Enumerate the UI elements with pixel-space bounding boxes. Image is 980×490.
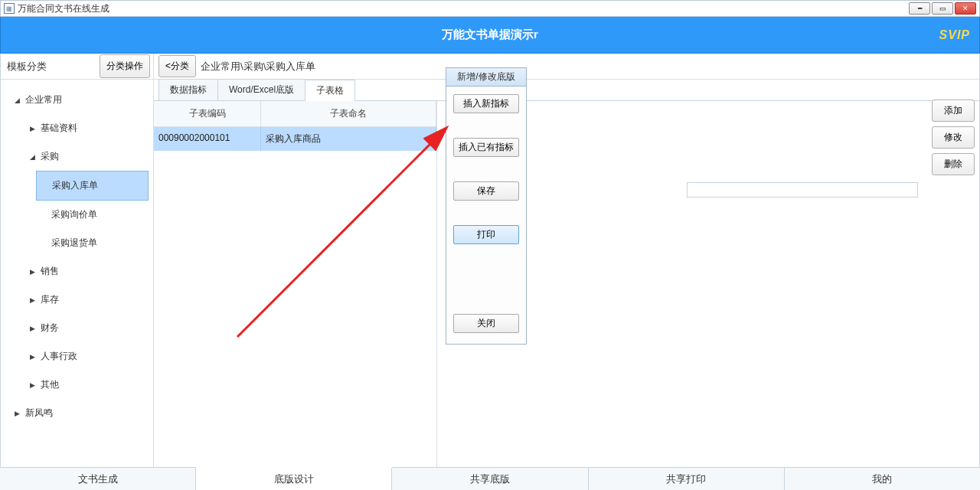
breadcrumb-path: 企业常用\采购\采购入库单 [201, 60, 315, 74]
col-subtable-name: 子表命名 [261, 101, 436, 126]
table-row[interactable]: 00090002000101 采购入库商品 [154, 127, 436, 151]
right-actions: 添加 修改 删除 [932, 100, 975, 175]
tab-word-excel[interactable]: Word/Excel底版 [217, 79, 305, 100]
minimize-button[interactable]: ━ [909, 2, 930, 15]
window-title: 万能合同文书在线生成 [18, 2, 109, 15]
save-button[interactable]: 保存 [453, 181, 519, 201]
back-category-button[interactable]: <分类 [158, 55, 196, 77]
window-titlebar: ▦ 万能合同文书在线生成 ━ ▭ ✕ [0, 0, 980, 17]
tree-node-purchase[interactable]: ◢采购 [1, 142, 153, 171]
tree-node-enterprise[interactable]: ◢企业常用 [1, 86, 153, 114]
print-button[interactable]: 打印 [453, 225, 519, 244]
tree-node-purchase-return[interactable]: 采购退货单 [1, 229, 153, 257]
edit-button[interactable]: 修改 [932, 126, 975, 149]
sidebar: 模板分类 分类操作 ◢企业常用 ▶基础资料 ◢采购 采购入库单 采购询价单 采购… [1, 54, 154, 489]
app-title: 万能文书单据演示r [442, 28, 538, 42]
btab-mine[interactable]: 我的 [785, 468, 980, 490]
template-edit-popup: 新增/修改底版 插入新指标 插入已有指标 保存 打印 关闭 [446, 67, 527, 345]
app-icon: ▦ [4, 3, 15, 14]
tree-node-sales[interactable]: ▶销售 [1, 257, 153, 286]
tab-subtable[interactable]: 子表格 [305, 80, 355, 101]
insert-existing-index-button[interactable]: 插入已有指标 [453, 138, 519, 157]
popup-title: 新增/修改底版 [446, 68, 526, 87]
btab-share-print[interactable]: 共享打印 [589, 468, 785, 490]
tree-node-basic[interactable]: ▶基础资料 [1, 114, 153, 142]
bottom-tabbar: 文书生成 底版设计 共享底版 共享打印 我的 [0, 467, 980, 490]
close-button[interactable]: ✕ [955, 2, 976, 15]
maximize-button[interactable]: ▭ [932, 2, 953, 15]
subtable-grid: 子表编码 子表命名 00090002000101 采购入库商品 [154, 101, 437, 489]
detail-tabs: 数据指标 Word/Excel底版 子表格 [154, 80, 979, 101]
cell-code: 00090002000101 [154, 127, 261, 151]
tree-node-purchase-in[interactable]: 采购入库单 [36, 171, 149, 201]
sidebar-title: 模板分类 [7, 60, 100, 74]
category-ops-button[interactable]: 分类操作 [100, 54, 150, 78]
svip-badge: SVIP [939, 28, 970, 42]
tab-data-index[interactable]: 数据指标 [158, 79, 218, 100]
add-button[interactable]: 添加 [932, 100, 975, 122]
tree-node-stock[interactable]: ▶库存 [1, 286, 153, 314]
tree-node-xinfengming[interactable]: ▶新凤鸣 [1, 399, 153, 427]
app-header: 万能文书单据演示r SVIP [0, 17, 980, 54]
tree-node-purchase-inquiry[interactable]: 采购询价单 [1, 201, 153, 229]
btab-generate[interactable]: 文书生成 [0, 468, 196, 490]
content-area: <分类 企业常用\采购\采购入库单 数据指标 Word/Excel底版 子表格 … [154, 54, 979, 489]
tree-node-other[interactable]: ▶其他 [1, 371, 153, 399]
btab-template-design[interactable]: 底版设计 [196, 467, 392, 490]
delete-button[interactable]: 删除 [932, 153, 975, 175]
category-tree: ◢企业常用 ▶基础资料 ◢采购 采购入库单 采购询价单 采购退货单 ▶销售 ▶库… [1, 80, 153, 489]
detail-input[interactable] [687, 182, 918, 198]
btab-share-template[interactable]: 共享底版 [392, 468, 588, 490]
close-popup-button[interactable]: 关闭 [453, 314, 519, 333]
insert-new-index-button[interactable]: 插入新指标 [453, 94, 519, 113]
cell-name: 采购入库商品 [261, 127, 436, 151]
col-subtable-code: 子表编码 [154, 101, 261, 126]
tree-node-hr[interactable]: ▶人事行政 [1, 342, 153, 371]
tree-node-finance[interactable]: ▶财务 [1, 314, 153, 342]
